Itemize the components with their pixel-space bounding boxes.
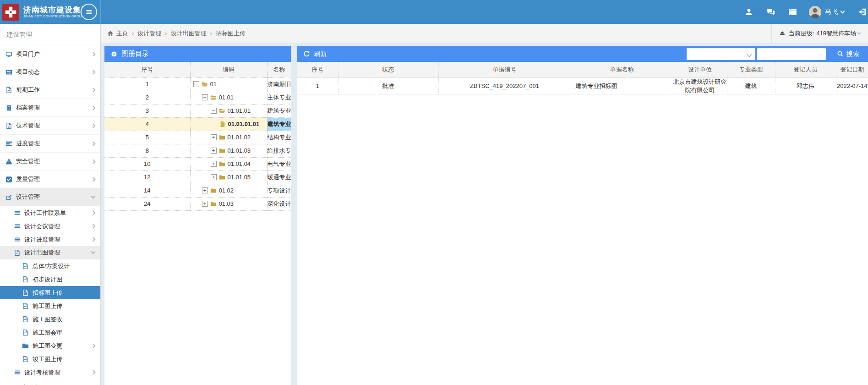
tree-row[interactable]: 3 01.01.01 建筑专业图纸 [104, 104, 291, 117]
sidebar-item[interactable]: 设计会议管理 [0, 220, 100, 233]
company-name-en: JINAN CITY CONSTRUCTION GROUP [23, 14, 89, 18]
expand-toggle-icon[interactable] [211, 148, 217, 154]
sidebar-item[interactable]: 安全管理 [0, 153, 100, 170]
search-input[interactable] [757, 48, 826, 60]
chevron-icon [91, 224, 96, 229]
chevron-down-icon [857, 30, 861, 34]
menu-icon [14, 369, 21, 376]
tree-row[interactable]: 5 01.01.02 结构专业图纸 [104, 131, 291, 144]
sidebar-item[interactable]: 竣工图上传 [0, 352, 100, 366]
breadcrumb-item[interactable]: 主页 [116, 29, 128, 38]
sidebar-item[interactable]: 施工图变更 [0, 339, 100, 352]
sidebar-item[interactable]: 设计出图管理 [0, 246, 100, 259]
tasks-icon[interactable] [789, 8, 797, 16]
tree-name-cell: 主体专业设计图纸 [267, 91, 291, 104]
breadcrumb-item[interactable]: 招标图上传 [207, 29, 246, 38]
pdf-icon [14, 249, 21, 256]
tree-seq-cell: 5 [104, 131, 190, 144]
pdf-icon [5, 87, 12, 94]
bars-icon [5, 140, 12, 147]
logout-icon[interactable] [858, 8, 866, 16]
menu-icon [14, 236, 21, 243]
chat-icon[interactable] [767, 8, 775, 16]
hamburger-icon [86, 9, 93, 16]
expand-toggle-icon[interactable] [211, 174, 217, 180]
main-content: 图册目录 序号编码名称 1 01 [101, 43, 868, 385]
sidebar-item[interactable]: 档案管理 [0, 99, 100, 117]
tree-code: 01.02 [219, 187, 234, 194]
tree-seq-cell: 4 [104, 117, 190, 131]
sidebar-item[interactable]: 项目动态 [0, 63, 100, 81]
expand-toggle-icon[interactable] [193, 81, 199, 87]
tree-code: 01 [210, 81, 217, 88]
tree-row[interactable]: 10 01.01.04 电气专业图纸 [104, 157, 291, 170]
sidebar-item[interactable]: 项目门户 [0, 45, 100, 63]
sidebar-item[interactable]: 施工图签收 [0, 313, 100, 326]
pdf-icon [22, 289, 29, 296]
menu-icon [14, 209, 21, 216]
sidebar-item[interactable]: 设计工作联系单 [0, 206, 100, 220]
tree-row[interactable]: 24 01.03 深化设计类图纸 [104, 197, 291, 210]
filter-select[interactable] [687, 48, 755, 60]
expand-toggle-icon[interactable] [202, 201, 208, 207]
breadcrumb-item[interactable]: 设计出图管理 [161, 29, 206, 38]
doc-column-header: 专业类型 [727, 62, 775, 77]
tree-name-cell: 济南新旧动能转换起步区... [267, 77, 291, 91]
sidebar-item[interactable]: 设计管理 [0, 188, 100, 206]
folder-open-icon [210, 94, 217, 101]
user-avatar[interactable] [809, 6, 821, 18]
breadcrumb-item[interactable]: 设计管理 [128, 29, 161, 38]
expand-toggle-icon[interactable] [202, 94, 208, 100]
sidebar-toggle-button[interactable] [81, 4, 97, 20]
monitor-icon [5, 51, 12, 58]
tree-column-header: 序号 [104, 62, 190, 77]
refresh-button[interactable]: 刷新 [303, 50, 327, 58]
sidebar-item[interactable]: 信息动态 [0, 379, 100, 385]
sidebar-section-title: 建设管理 [0, 24, 100, 45]
tree-seq-cell: 1 [104, 77, 190, 91]
tree-row[interactable]: 8 01.01.03 给排水专业图纸 [104, 144, 291, 157]
sidebar-item[interactable]: 总体/方案设计 [0, 259, 100, 273]
check-icon [5, 176, 12, 183]
refresh-icon [303, 50, 310, 57]
sidebar-item[interactable]: 技术管理 [0, 117, 100, 135]
chevron-icon [91, 88, 96, 92]
tree-row[interactable]: 12 01.01.05 暖通专业图纸 [104, 170, 291, 184]
atlas-panel-title: 图册目录 [121, 50, 149, 58]
tree-name-cell: 给排水专业图纸 [267, 144, 291, 157]
sidebar-item[interactable]: 进度管理 [0, 135, 100, 153]
expand-toggle-icon[interactable] [211, 108, 217, 114]
sidebar-item[interactable]: 设计进度管理 [0, 233, 100, 246]
folder-open-icon [202, 81, 208, 88]
topbar: 济南城市建设集团 JINAN CITY CONSTRUCTION GROUP 马… [0, 0, 868, 24]
filter-select-wrap [687, 48, 755, 60]
user-menu[interactable]: 马飞 [825, 8, 838, 16]
sidebar-item[interactable]: 招标图上传 [0, 286, 100, 299]
table-row[interactable]: 1 批准 ZBTSC_419_202207_001 建筑专业招标图 北京市建筑设… [297, 77, 868, 94]
expand-toggle-icon[interactable] [211, 134, 217, 140]
expand-toggle-icon[interactable] [202, 187, 208, 193]
book-icon [5, 104, 12, 111]
tree-code-cell: 01.02 [190, 184, 267, 197]
sidebar-item[interactable]: 初步设计图 [0, 273, 100, 286]
sidebar-item[interactable]: 前期工作 [0, 81, 100, 99]
major-cell: 建筑 [727, 77, 775, 94]
tree-row[interactable]: 2 01.01 主体专业设计图纸 [104, 91, 291, 104]
sidebar-item[interactable]: 施工图上传 [0, 299, 100, 313]
tree-seq-cell: 14 [104, 184, 190, 197]
sidebar-item[interactable]: 质量管理 [0, 170, 100, 188]
tree-row[interactable]: 4 01.01.01.01 建筑专业招标图纸001 [104, 117, 291, 131]
tree-row[interactable]: 1 01 济南新旧动能转换起步区... [104, 77, 291, 91]
user-icon[interactable] [745, 8, 753, 16]
sidebar-item[interactable]: 设计考核管理 [0, 366, 100, 379]
chevron-icon [91, 249, 96, 254]
tree-code: 01.03 [219, 200, 234, 207]
current-level-selector[interactable]: 当前层级: 419智慧停车场 [771, 24, 868, 43]
search-button[interactable]: 搜索 [834, 50, 862, 59]
sidebar-item[interactable]: 施工图会审 [0, 326, 100, 339]
tree-code: 01.01.02 [228, 134, 251, 141]
expand-toggle-icon[interactable] [211, 161, 217, 167]
pdf-icon [22, 316, 29, 323]
tree-row[interactable]: 14 01.02 专项设计类图纸 [104, 184, 291, 197]
file-icon [219, 121, 226, 127]
